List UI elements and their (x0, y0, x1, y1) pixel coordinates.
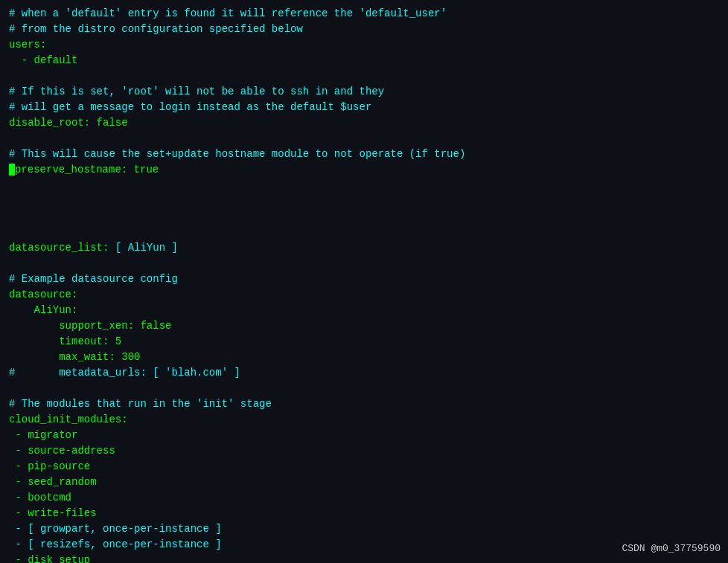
line-9 (9, 131, 719, 147)
line-22: timeout: 5 (9, 334, 719, 350)
line-29: - source-address (9, 443, 719, 459)
line-4: - default (9, 53, 719, 68)
line-14 (9, 209, 719, 225)
line-11: preserve_hostname: true (9, 162, 719, 178)
line-3: users: (9, 37, 719, 53)
line-35: - [ resizefs, once-per-instance ] (9, 537, 719, 553)
line-20: AliYun: (9, 303, 719, 318)
cursor (9, 164, 15, 176)
terminal-window: # when a 'default' entry is found it wil… (0, 0, 728, 563)
line-18: # Example datasource config (9, 271, 719, 287)
line-25 (9, 381, 719, 396)
line-31: - seed_random (9, 474, 719, 490)
line-8: disable_root: false (9, 115, 719, 131)
watermark: CSDN @m0_37759590 (622, 541, 721, 556)
line-24: # metadata_urls: [ 'blah.com' ] (9, 365, 719, 381)
line-17 (9, 256, 719, 271)
line-12 (9, 178, 719, 193)
line-32: - bootcmd (9, 490, 719, 506)
line-5 (9, 68, 719, 84)
line-16: datasource_list: [ AliYun ] (9, 240, 719, 256)
line-7: # will get a message to login instead as… (9, 100, 719, 115)
line-26: # The modules that run in the 'init' sta… (9, 396, 719, 412)
line-13 (9, 193, 719, 209)
line-1: # when a 'default' entry is found it wil… (9, 6, 719, 22)
line-27: cloud_init_modules: (9, 412, 719, 428)
line-15 (9, 225, 719, 240)
line-34: - [ growpart, once-per-instance ] (9, 521, 719, 537)
line-36: - disk_setup (9, 553, 719, 563)
line-19: datasource: (9, 287, 719, 303)
line-33: - write-files (9, 506, 719, 521)
line-10: # This will cause the set+update hostnam… (9, 147, 719, 162)
line-23: max_wait: 300 (9, 350, 719, 365)
line-30: - pip-source (9, 459, 719, 474)
line-21: support_xen: false (9, 318, 719, 334)
line-6: # If this is set, 'root' will not be abl… (9, 84, 719, 100)
line-2: # from the distro configuration specifie… (9, 22, 719, 37)
line-28: - migrator (9, 428, 719, 443)
